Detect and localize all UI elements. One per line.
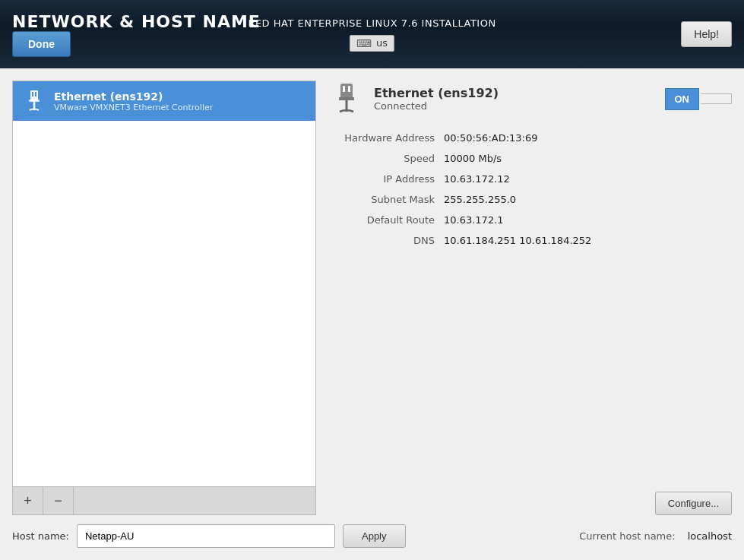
network-list: Ethernet (ens192) VMware VMXNET3 Etherne… — [12, 81, 316, 487]
network-item-name: Ethernet (ens192) — [54, 90, 213, 103]
device-ethernet-icon — [328, 81, 365, 117]
left-panel: Ethernet (ens192) VMware VMXNET3 Etherne… — [12, 81, 316, 515]
device-info: Ethernet (ens192) Connected — [374, 86, 656, 112]
list-controls: + − — [12, 487, 316, 515]
dns-value: 10.61.184.251 10.61.184.252 — [444, 235, 591, 246]
hardware-address-value: 00:50:56:AD:13:69 — [444, 132, 538, 144]
ip-address-value: 10.63.172.12 — [444, 173, 510, 185]
dns-label: DNS — [328, 235, 435, 246]
main-content: Ethernet (ens192) VMware VMXNET3 Etherne… — [0, 68, 744, 560]
keyboard-lang: us — [376, 37, 388, 49]
header: NETWORK & HOST NAME Done RED HAT ENTERPR… — [0, 0, 744, 68]
default-route-label: Default Route — [328, 214, 435, 226]
ip-address-row: IP Address 10.63.172.12 — [328, 173, 732, 185]
current-host-value: localhost — [688, 530, 732, 542]
hardware-address-row: Hardware Address 00:50:56:AD:13:69 — [328, 132, 732, 144]
svg-rect-8 — [339, 97, 354, 100]
ethernet-icon — [22, 89, 46, 113]
svg-rect-0 — [30, 90, 38, 101]
help-button[interactable]: Help! — [681, 21, 732, 47]
default-route-value: 10.63.172.1 — [444, 214, 504, 226]
dns-row: DNS 10.61.184.251 10.61.184.252 — [328, 235, 732, 246]
hardware-address-label: Hardware Address — [328, 132, 435, 144]
toggle-off-button[interactable] — [701, 93, 732, 104]
subnet-mask-label: Subnet Mask — [328, 194, 435, 205]
subnet-mask-row: Subnet Mask 255.255.255.0 — [328, 194, 732, 205]
apply-button[interactable]: Apply — [343, 524, 406, 548]
toggle-on-button[interactable]: ON — [665, 88, 700, 110]
device-header: Ethernet (ens192) Connected ON — [328, 81, 732, 117]
header-subtitle: RED HAT ENTERPRISE LINUX 7.6 INSTALLATIO… — [248, 17, 495, 29]
content-area: Ethernet (ens192) VMware VMXNET3 Etherne… — [12, 81, 732, 515]
svg-rect-7 — [348, 86, 350, 92]
bottom-bar: Host name: Apply Current host name: loca… — [12, 524, 732, 548]
device-name: Ethernet (ens192) — [374, 86, 656, 100]
svg-rect-1 — [32, 92, 33, 96]
keyboard-indicator[interactable]: ⌨ us — [350, 35, 394, 52]
right-panel: Ethernet (ens192) Connected ON Hardware … — [328, 81, 732, 515]
toggle-container: ON — [665, 88, 733, 110]
remove-network-button[interactable]: − — [43, 487, 74, 514]
subnet-mask-value: 255.255.255.0 — [444, 194, 516, 205]
host-name-label: Host name: — [12, 530, 69, 542]
keyboard-icon: ⌨ — [356, 37, 372, 49]
done-button[interactable]: Done — [12, 31, 71, 57]
speed-value: 10000 Mb/s — [444, 153, 502, 164]
device-details: Hardware Address 00:50:56:AD:13:69 Speed… — [328, 132, 732, 492]
default-route-row: Default Route 10.63.172.1 — [328, 214, 732, 226]
svg-rect-3 — [29, 100, 40, 102]
svg-rect-6 — [343, 86, 345, 92]
svg-rect-5 — [340, 84, 353, 99]
ip-address-label: IP Address — [328, 173, 435, 185]
current-host-label: Current host name: — [579, 530, 675, 542]
header-center: RED HAT ENTERPRISE LINUX 7.6 INSTALLATIO… — [248, 17, 495, 52]
device-status: Connected — [374, 100, 656, 112]
configure-button[interactable]: Configure... — [655, 492, 732, 515]
host-name-input[interactable] — [77, 524, 335, 548]
svg-rect-2 — [35, 92, 36, 96]
network-item-text: Ethernet (ens192) VMware VMXNET3 Etherne… — [54, 90, 213, 112]
speed-row: Speed 10000 Mb/s — [328, 153, 732, 164]
add-network-button[interactable]: + — [13, 487, 43, 514]
speed-label: Speed — [328, 153, 435, 164]
network-item-desc: VMware VMXNET3 Ethernet Controller — [54, 103, 213, 112]
list-item[interactable]: Ethernet (ens192) VMware VMXNET3 Etherne… — [13, 81, 315, 121]
